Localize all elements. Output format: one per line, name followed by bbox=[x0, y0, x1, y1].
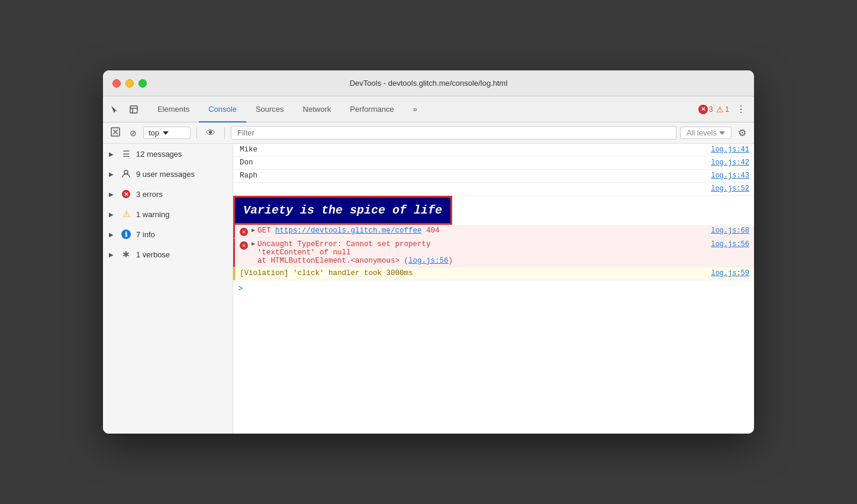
console-value: Uncaught TypeError: Cannot set property … bbox=[257, 240, 704, 265]
sidebar-label: 7 info bbox=[136, 230, 155, 239]
console-source[interactable]: log.js:68 bbox=[711, 227, 749, 235]
toolbar-separator-2 bbox=[224, 127, 225, 139]
more-options-button[interactable]: ⋮ bbox=[733, 101, 749, 117]
devtools-window: DevTools - devtools.glitch.me/console/lo… bbox=[103, 70, 754, 434]
maximize-button[interactable] bbox=[138, 79, 147, 88]
error-icon: ✕ bbox=[698, 105, 708, 114]
console-entry-don: Don log.js:42 bbox=[233, 157, 754, 170]
sidebar-arrow: ▶ bbox=[109, 191, 116, 198]
minimize-button[interactable] bbox=[125, 79, 134, 88]
close-button[interactable] bbox=[112, 79, 121, 88]
console-output: Mike log.js:41 Don log.js:42 Raph log.js… bbox=[233, 144, 754, 434]
sidebar-item-info[interactable]: ▶ ℹ 7 info bbox=[103, 224, 233, 244]
sidebar-label: 9 user messages bbox=[136, 170, 195, 179]
console-source[interactable]: log.js:41 bbox=[711, 146, 749, 154]
tab-bar: Elements Console Sources Network Perform… bbox=[103, 96, 754, 122]
console-toolbar: ⊘ top 👁 All levels ⚙ bbox=[103, 122, 754, 144]
console-entry-mike: Mike log.js:41 bbox=[233, 144, 754, 157]
clear-console-button[interactable] bbox=[108, 125, 123, 140]
verbose-icon: ✱ bbox=[121, 249, 131, 260]
console-entry-variety: Variety is the spice of life bbox=[233, 196, 754, 225]
console-value: GET https://devtools.glitch.me/coffee 40… bbox=[257, 227, 704, 235]
console-source[interactable]: log.js:56 bbox=[711, 240, 749, 248]
context-selector[interactable]: top bbox=[143, 127, 191, 139]
variety-text: Variety is the spice of life bbox=[233, 196, 452, 225]
sidebar-arrow: ▶ bbox=[109, 151, 116, 157]
expand-icon[interactable]: ▶ bbox=[252, 227, 255, 234]
console-source[interactable]: log.js:43 bbox=[711, 172, 749, 180]
warning-icon: ⚠ bbox=[716, 105, 724, 114]
cursor-icon[interactable] bbox=[108, 102, 122, 117]
sidebar-arrow: ▶ bbox=[109, 211, 116, 218]
tab-more[interactable]: » bbox=[404, 96, 427, 122]
tab-console[interactable]: Console bbox=[199, 96, 246, 122]
sidebar-item-errors[interactable]: ▶ ✕ 3 errors bbox=[103, 184, 233, 204]
warning-count-badge: ⚠ 1 bbox=[716, 105, 729, 114]
console-entry-violation: [Violation] 'click' handler took 3000ms … bbox=[233, 267, 754, 280]
console-value: [Violation] 'click' handler took 3000ms bbox=[240, 269, 704, 277]
sidebar-label: 3 errors bbox=[136, 190, 163, 199]
console-source[interactable]: log.js:42 bbox=[711, 159, 749, 167]
sidebar-label: 1 warning bbox=[136, 210, 169, 219]
warning-icon: ⚠ bbox=[121, 209, 131, 219]
svg-rect-0 bbox=[130, 106, 137, 113]
sidebar-item-verbose[interactable]: ▶ ✱ 1 verbose bbox=[103, 244, 233, 264]
error-row-icon: ✕ bbox=[240, 228, 248, 236]
error-source-link[interactable]: log.js:56 bbox=[408, 257, 449, 265]
console-entry-raph: Raph log.js:43 bbox=[233, 170, 754, 183]
sidebar-arrow: ▶ bbox=[109, 231, 116, 238]
svg-point-6 bbox=[124, 170, 128, 174]
sidebar-arrow: ▶ bbox=[109, 171, 116, 177]
eye-icon[interactable]: 👁 bbox=[203, 126, 218, 140]
console-entry-get-error: ✕ ▶ GET https://devtools.glitch.me/coffe… bbox=[233, 225, 754, 238]
error-icon: ✕ bbox=[121, 189, 131, 199]
console-entry-typeerror: ✕ ▶ Uncaught TypeError: Cannot set prope… bbox=[233, 238, 754, 267]
tab-sources[interactable]: Sources bbox=[246, 96, 294, 122]
tab-elements[interactable]: Elements bbox=[148, 96, 199, 122]
console-source[interactable]: log.js:52 bbox=[711, 185, 749, 193]
settings-icon[interactable]: ⚙ bbox=[735, 125, 749, 140]
error-count-badge: ✕ 3 bbox=[698, 105, 713, 114]
inspect-icon[interactable] bbox=[127, 102, 141, 117]
list-icon: ☰ bbox=[121, 148, 131, 159]
sidebar-item-user-messages[interactable]: ▶ 9 user messages bbox=[103, 164, 233, 184]
sidebar-label: 12 messages bbox=[136, 150, 182, 159]
window-title: DevTools - devtools.glitch.me/console/lo… bbox=[350, 79, 508, 88]
console-entry-empty: log.js:52 bbox=[233, 183, 754, 196]
main-area: ▶ ☰ 12 messages ▶ 9 user messages ▶ ✕ bbox=[103, 144, 754, 434]
sidebar-item-all-messages[interactable]: ▶ ☰ 12 messages bbox=[103, 144, 233, 164]
expand-icon[interactable]: ▶ bbox=[252, 240, 255, 247]
sidebar: ▶ ☰ 12 messages ▶ 9 user messages ▶ ✕ bbox=[103, 144, 233, 434]
levels-selector[interactable]: All levels bbox=[680, 127, 732, 139]
tab-bar-right: ✕ 3 ⚠ 1 ⋮ bbox=[698, 96, 749, 122]
title-bar: DevTools - devtools.glitch.me/console/lo… bbox=[103, 70, 754, 96]
sidebar-item-warnings[interactable]: ▶ ⚠ 1 warning bbox=[103, 204, 233, 224]
toolbar-separator bbox=[196, 127, 197, 139]
info-icon: ℹ bbox=[121, 229, 131, 240]
user-icon bbox=[121, 169, 131, 179]
console-prompt[interactable]: > bbox=[233, 280, 754, 297]
tab-performance[interactable]: Performance bbox=[340, 96, 403, 122]
tab-bar-left-icons bbox=[108, 96, 141, 122]
console-value: Raph bbox=[240, 172, 704, 180]
console-source[interactable]: log.js:59 bbox=[711, 269, 749, 277]
filter-input[interactable] bbox=[231, 126, 676, 140]
console-value: Mike bbox=[240, 146, 704, 154]
prompt-arrow: > bbox=[238, 284, 243, 293]
console-value: Don bbox=[240, 159, 704, 167]
traffic-lights bbox=[112, 79, 147, 88]
error-link[interactable]: https://devtools.glitch.me/coffee bbox=[275, 227, 422, 235]
sidebar-arrow: ▶ bbox=[109, 251, 116, 258]
error-row-icon: ✕ bbox=[240, 241, 248, 250]
block-icon[interactable]: ⊘ bbox=[127, 127, 140, 140]
sidebar-label: 1 verbose bbox=[136, 250, 170, 259]
tab-network[interactable]: Network bbox=[294, 96, 341, 122]
